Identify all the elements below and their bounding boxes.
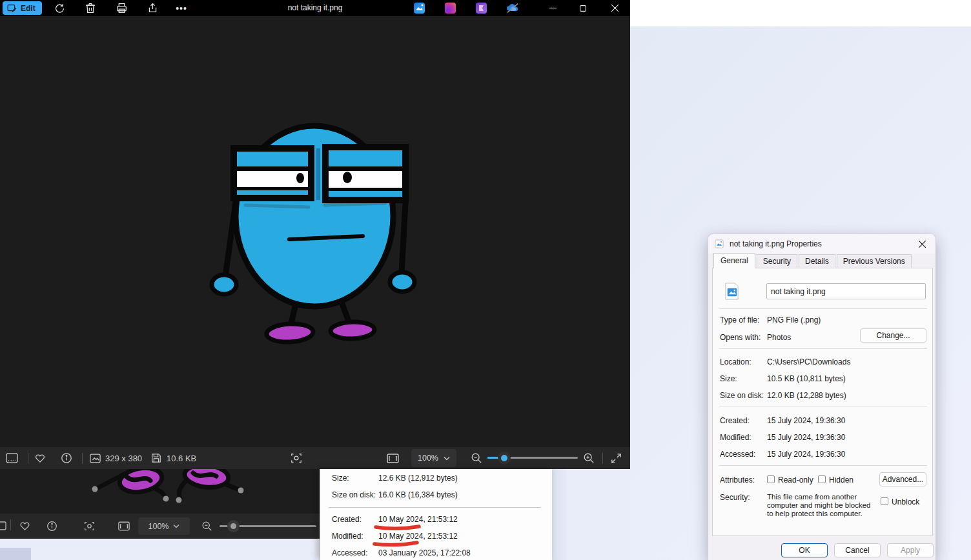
opens-with-value: Photos xyxy=(767,333,791,342)
dialog-tabs: General Security Details Previous Versio… xyxy=(713,255,913,268)
photos-window: Edit ••• not taking it.png xyxy=(0,0,630,469)
filename-value: not taking it.png xyxy=(771,287,826,296)
type-of-file-value: PNG File (.png) xyxy=(767,315,821,325)
window-fragment xyxy=(0,548,31,560)
dialog-title: not taking it.png Properties xyxy=(730,239,822,248)
image-dimensions-icon xyxy=(89,453,101,463)
cancel-button[interactable]: Cancel xyxy=(834,543,881,557)
file-size-value: 10.6 KB xyxy=(167,454,196,463)
file-type-image-icon xyxy=(722,282,741,300)
tab-previous-versions[interactable]: Previous Versions xyxy=(837,254,912,268)
favorite-heart-icon[interactable] xyxy=(34,452,46,464)
back-zoom-level-dropdown[interactable]: 100% xyxy=(138,517,190,535)
rotate-icon[interactable] xyxy=(53,2,66,14)
readonly-label: Read-only xyxy=(778,475,813,485)
readonly-checkbox[interactable] xyxy=(767,475,775,483)
chevron-down-icon xyxy=(444,456,450,461)
size-on-disk-label: Size on disk: xyxy=(720,391,764,400)
window-title: not taking it.png xyxy=(258,3,372,12)
zoom-level-value: 100% xyxy=(418,454,438,463)
visual-search-icon[interactable] xyxy=(83,520,95,532)
screen: 100% xyxy=(0,0,971,560)
security-label: Security: xyxy=(720,493,750,502)
statusbar: 329 x 380 10.6 KB 100% xyxy=(0,447,630,469)
zoom-in-icon[interactable] xyxy=(582,452,595,464)
back-zoom-level-value: 100% xyxy=(148,522,169,531)
location-label: Location: xyxy=(720,357,751,366)
hidden-label: Hidden xyxy=(829,475,853,485)
edit-button[interactable]: Edit xyxy=(3,1,42,15)
visual-search-icon[interactable] xyxy=(290,452,302,464)
file-size-icon xyxy=(150,452,162,463)
edit-pencil-icon xyxy=(7,3,17,13)
advanced-button[interactable]: Advanced... xyxy=(879,472,926,486)
close-button[interactable] xyxy=(604,0,626,16)
favorite-heart-icon[interactable] xyxy=(19,520,30,532)
desktop-white-strip xyxy=(630,0,971,26)
size-label: Size: xyxy=(720,374,737,383)
tab-details[interactable]: Details xyxy=(799,254,835,268)
image-dimensions-value: 329 x 380 xyxy=(105,454,142,463)
dialog-close-icon[interactable] xyxy=(912,236,932,252)
unblock-checkbox[interactable] xyxy=(881,497,888,505)
tab-security[interactable]: Security xyxy=(757,254,797,268)
zoom-out-icon[interactable] xyxy=(201,520,212,532)
properties-dialog-back: Size: 12.6 KB (12,912 bytes) Size on dis… xyxy=(320,469,552,560)
minimize-button[interactable] xyxy=(542,0,564,16)
image-character-artwork xyxy=(0,16,630,447)
location-value: C:\Users\PC\Downloads xyxy=(767,357,850,366)
share-icon[interactable] xyxy=(146,2,159,14)
size-on-disk-value: 12.0 KB (12,288 bytes) xyxy=(767,391,846,400)
red-underline-annotations xyxy=(320,469,553,560)
change-button[interactable]: Change... xyxy=(860,328,926,343)
accessed-value: 15 July 2024, 19:36:30 xyxy=(767,450,845,459)
modified-label: Modified: xyxy=(720,433,751,442)
fit-to-window-icon[interactable] xyxy=(386,453,399,463)
delete-icon[interactable] xyxy=(84,2,97,14)
back-zoom-slider-thumb[interactable] xyxy=(227,520,240,532)
size-value: 10.5 KB (10,811 bytes) xyxy=(767,374,846,383)
ok-button[interactable]: OK xyxy=(781,543,828,557)
hidden-checkbox[interactable] xyxy=(818,475,826,483)
properties-dialog: not taking it.png Properties General Sec… xyxy=(708,234,936,560)
onedrive-paused-icon[interactable] xyxy=(506,2,520,14)
print-icon[interactable] xyxy=(115,2,128,14)
tab-general[interactable]: General xyxy=(713,253,755,268)
more-options-icon[interactable]: ••• xyxy=(175,2,188,14)
apply-button[interactable]: Apply xyxy=(887,543,934,557)
modified-value: 15 July 2024, 19:36:30 xyxy=(767,433,845,442)
fullscreen-icon[interactable] xyxy=(609,452,622,464)
edit-button-label: Edit xyxy=(21,4,36,13)
unblock-label: Unblock xyxy=(892,497,919,506)
fit-to-window-icon[interactable] xyxy=(118,520,130,532)
filmstrip-toggle-icon[interactable] xyxy=(5,452,18,464)
info-icon[interactable] xyxy=(46,520,57,532)
maximize-button[interactable] xyxy=(572,0,594,16)
dialog-titlebar: not taking it.png Properties xyxy=(708,234,935,254)
filmstrip-icon[interactable] xyxy=(0,520,6,532)
type-of-file-label: Type of file: xyxy=(720,315,759,325)
opens-with-label: Opens with: xyxy=(720,333,761,342)
created-label: Created: xyxy=(720,416,750,425)
zoom-level-dropdown[interactable]: 100% xyxy=(411,449,456,467)
zoom-out-icon[interactable] xyxy=(470,452,482,464)
clipchamp-app-icon[interactable] xyxy=(476,3,487,14)
created-value: 15 July 2024, 19:36:30 xyxy=(767,416,845,425)
photos-app-icon[interactable] xyxy=(414,3,425,14)
general-tab-page: not taking it.png Type of file: PNG File… xyxy=(712,268,933,536)
attributes-label: Attributes: xyxy=(720,475,755,485)
zoom-slider-thumb[interactable] xyxy=(498,452,511,465)
chevron-down-icon xyxy=(173,524,179,528)
file-image-icon xyxy=(714,239,724,249)
info-icon[interactable] xyxy=(60,452,72,464)
designer-app-icon[interactable] xyxy=(445,3,456,14)
accessed-label: Accessed: xyxy=(720,450,755,459)
security-text: This file came from another computer and… xyxy=(767,493,874,518)
titlebar: Edit ••• not taking it.png xyxy=(0,0,630,16)
filename-input[interactable]: not taking it.png xyxy=(766,283,926,299)
